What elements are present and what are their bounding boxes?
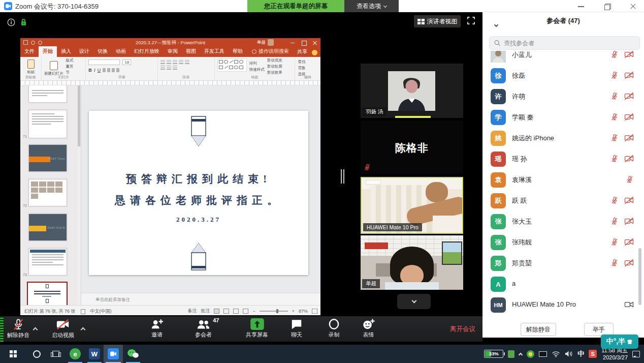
font-size-select[interactable]: 18 <box>122 59 131 65</box>
task-view-button[interactable] <box>48 345 64 363</box>
tab-review[interactable]: 审阅 <box>164 46 182 57</box>
tab-view[interactable]: 视图 <box>182 46 200 57</box>
tab-developer[interactable]: 开发工具 <box>200 46 229 57</box>
cortana-button[interactable] <box>28 345 45 363</box>
meeting-info-icon[interactable] <box>7 18 15 26</box>
slide-thumbnail-selected[interactable]: 76 <box>27 282 68 305</box>
participant-row[interactable]: 张 张玮靓 <box>482 232 644 253</box>
font-name-select[interactable] <box>88 59 120 65</box>
taskbar-word[interactable]: W <box>85 345 104 363</box>
zoom-in-icon[interactable]: + <box>292 309 295 314</box>
record-button[interactable]: 录制 <box>328 318 340 339</box>
thumbnail-scrollbar[interactable] <box>78 85 80 305</box>
participants-scrollbar[interactable] <box>638 248 641 305</box>
italic-button[interactable]: I <box>94 68 95 73</box>
participant-row[interactable]: 徐 徐磊 <box>482 65 644 86</box>
underline-button[interactable]: U <box>98 68 101 73</box>
video-tile[interactable]: 陈格非 <box>361 120 463 174</box>
current-slide[interactable]: 预答辩汇报到此结束! 恳请各位老师批评指正。 2020.3.27 <box>89 111 308 275</box>
participant-row[interactable]: 郑 郑贵堃 <box>482 253 644 274</box>
reset-button[interactable]: 重置 <box>66 64 74 69</box>
unmute-button[interactable]: 解除静音 <box>7 318 29 339</box>
chat-button[interactable]: 聊天 <box>291 318 303 339</box>
display-icon[interactable] <box>539 351 547 357</box>
bold-button[interactable]: B <box>88 68 92 73</box>
participant-row[interactable]: HM HUAWEI Mate 10 Pro <box>482 294 644 315</box>
paste-icon[interactable] <box>27 59 35 69</box>
speaker-view-button[interactable]: 演讲者视图 <box>414 15 461 27</box>
tray-expand-chevron[interactable] <box>519 349 522 358</box>
participant-row[interactable]: 许 许萌 <box>482 86 644 107</box>
font-effects-icons[interactable] <box>103 68 120 72</box>
participant-row[interactable]: 张 张大玉 <box>482 211 644 232</box>
tab-home[interactable]: 开始 <box>39 46 57 57</box>
normal-view-icon[interactable] <box>214 309 219 314</box>
ppt-minimize-button[interactable] <box>287 38 298 47</box>
participant-row[interactable]: 跃 跃 跃 <box>482 190 644 211</box>
participant-search[interactable] <box>489 36 640 50</box>
slide-sorter-icon[interactable] <box>223 309 229 314</box>
tab-help[interactable]: 帮助 <box>229 46 247 57</box>
shape-outline-button[interactable]: 形状轮廓 <box>267 64 282 69</box>
tab-slideshow[interactable]: 幻灯片放映 <box>130 46 164 57</box>
restore-button[interactable] <box>600 0 615 12</box>
video-tile[interactable]: 单超 <box>361 235 463 290</box>
unmute-me-button[interactable]: 解除静音 <box>521 323 556 336</box>
ime-indicator-toast[interactable]: 中°,半 <box>601 335 638 349</box>
quick-styles-button[interactable]: 快速样式 <box>249 67 265 72</box>
tab-insert[interactable]: 插入 <box>57 46 75 57</box>
view-options-button[interactable]: 查看选项 <box>344 0 399 12</box>
share-screen-button[interactable]: 共享屏幕 <box>246 318 268 339</box>
slide-thumbnail[interactable]: 74 PART FOUR <box>28 214 67 241</box>
tab-design[interactable]: 设计 <box>75 46 93 57</box>
ppt-close-button[interactable] <box>309 38 320 47</box>
minimize-button[interactable] <box>574 0 588 12</box>
zoom-percent[interactable]: 87% <box>299 309 308 314</box>
participant-row[interactable]: 小蓝儿 <box>482 51 644 65</box>
shape-fill-button[interactable]: 形状填充 <box>267 58 282 63</box>
start-video-button[interactable]: 启动视频 <box>52 318 74 339</box>
bullets-icon[interactable] <box>160 60 165 64</box>
justify-icon[interactable] <box>167 66 171 70</box>
tab-file[interactable]: 文件 <box>20 46 39 57</box>
reactions-button[interactable]: 表情 <box>362 318 375 339</box>
ppt-share-button[interactable]: 共享 <box>297 48 307 55</box>
participants-button[interactable]: 47 参会者 <box>195 318 212 339</box>
battery-indicator[interactable]: 33% <box>484 350 503 358</box>
taskbar-wechat[interactable] <box>124 345 142 363</box>
video-tile-active[interactable]: HUAWEI Mate 10 Pro <box>361 177 463 234</box>
taskbar-browser[interactable]: e <box>66 345 84 363</box>
participant-row[interactable]: A a <box>482 274 644 294</box>
fit-slide-icon[interactable] <box>312 309 317 314</box>
language-label[interactable]: 中文(中国) <box>90 308 112 315</box>
antivirus-icon[interactable] <box>527 350 534 358</box>
start-button[interactable] <box>4 345 22 363</box>
notes-pane[interactable]: 单击此处添加备注 <box>81 293 320 305</box>
shape-gallery[interactable] <box>217 58 247 72</box>
reading-view-icon[interactable] <box>233 309 239 314</box>
numbering-icon[interactable] <box>167 60 171 64</box>
layout-button[interactable]: 版式 <box>66 58 74 63</box>
sogou-input-icon[interactable]: S <box>589 350 597 358</box>
participant-row[interactable]: 袁 袁琳溪 <box>482 169 644 190</box>
tab-animations[interactable]: 动画 <box>112 46 130 57</box>
taskbar-zoom-active[interactable] <box>104 345 123 363</box>
ppt-restore-button[interactable] <box>298 38 309 47</box>
video-options-chevron[interactable] <box>81 324 85 334</box>
align-left-icon[interactable] <box>179 60 183 64</box>
notes-toggle[interactable]: 备注 <box>187 308 197 314</box>
tell-me-search[interactable]: 操作说明搜索 <box>252 48 289 57</box>
align-center-icon[interactable] <box>185 60 189 64</box>
slide-thumbnail[interactable]: 72 PART Three <box>28 144 67 172</box>
video-tile[interactable]: 羽扬 汤 <box>361 64 463 118</box>
search-input[interactable] <box>504 40 635 47</box>
strip-resize-handle[interactable] <box>341 169 344 184</box>
fullscreen-icon[interactable] <box>467 16 475 25</box>
align-right-icon[interactable] <box>160 66 165 70</box>
participant-row[interactable]: 姚 姚远的 iPhone <box>482 128 644 148</box>
action-center-icon[interactable] <box>632 351 640 357</box>
participant-row[interactable]: 学 学颖 秦 <box>482 107 644 128</box>
usb-icon[interactable] <box>508 350 514 358</box>
indent-icon[interactable] <box>173 60 177 64</box>
replace-button[interactable]: 替换 <box>298 66 317 71</box>
